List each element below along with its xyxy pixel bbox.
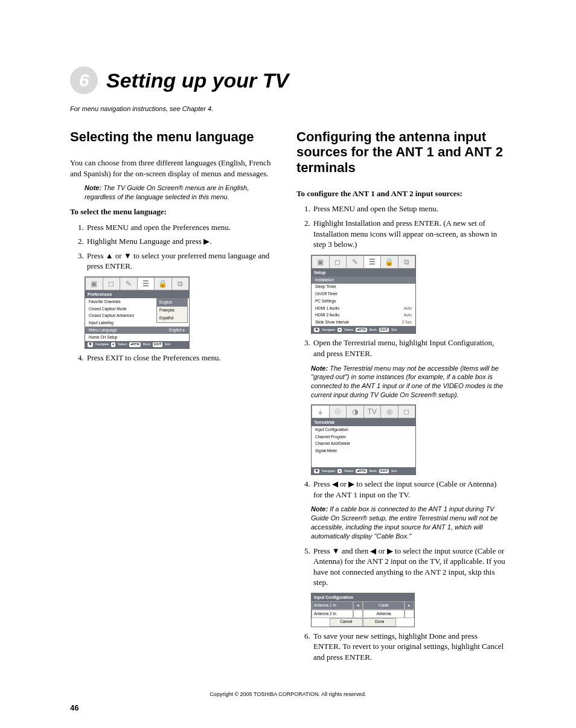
step-item: Press ▼ and then ◀ or ▶ to select the in… [312,546,506,588]
menu-row: Slide Show Interval2 Sec [312,319,415,327]
step-item: Press ◀ or ▶ to select the input source … [312,479,506,500]
menu-tab-icon: ☉ [329,405,347,418]
input-config-title: Input Configuration [312,593,414,601]
page-number: 46 [70,703,506,712]
chapter-number-badge: 6 [70,66,98,94]
terrestrial-menu-screenshot: ⏚ ☉ ◑ TV ◎ ◻ Terrestrial Input Configura… [311,404,416,475]
exit-pill: EXIT [153,342,162,346]
menu-tab-icon: ◻ [103,277,120,290]
menu-iconbar: ▣ ◻ ✎ ☰ 🔒 ⧉ [312,255,415,269]
section-heading-left: Selecting the menu language [70,129,280,144]
select-icon: ● [338,469,342,473]
menu-row: HDMI 2 AudioAuto [312,312,415,319]
input-row-value: Antenna [363,610,405,618]
right-arrow-icon: ▸ [405,601,414,610]
note-block: Note: The TV Guide On Screen® menus are … [85,184,280,202]
input-row-value: Cable [363,601,405,610]
cancel-button: Cancel [330,618,363,627]
step-item: Highlight Installation and press ENTER. … [312,218,506,250]
step-item: Press EXIT to close the Preferences menu… [86,353,280,363]
menu-tab-icon: ☰ [363,255,381,269]
menu-title: Setup [312,269,415,276]
nav-icon: ✥ [314,328,319,332]
menu-row: Signal Meter [312,448,415,455]
menu-tab-icon: 🔒 [154,277,171,290]
menu-row: On/Off Timer [312,291,415,298]
steps-heading: To configure the ANT 1 and ANT 2 input s… [296,188,506,199]
menu-tab-icon: ◻ [329,255,347,269]
popup-item-selected: English [157,299,187,307]
exit-pill: EXIT [379,328,389,332]
note-block: Note: The Terrestrial menu may not be ac… [311,364,506,400]
step-item: Press MENU and open the Preferences menu… [86,222,280,233]
note-text: If a cable box is connected to the ANT 1… [311,505,498,540]
nav-icon: ✥ [88,342,93,346]
intro-paragraph: You can choose from three different lang… [70,158,280,179]
menu-title: Terrestrial [312,418,415,426]
menu-tab-icon: ◑ [346,405,363,418]
chapter-subnote: For menu navigation instructions, see Ch… [70,105,506,112]
note-text: The Terrestrial menu may not be accessib… [311,365,503,399]
note-label: Note: [85,184,101,191]
note-text: The TV Guide On Screen® menus are in Eng… [85,184,249,200]
exit-pill: EXIT [379,469,389,473]
left-arrow-icon: ◂ [353,601,363,610]
menu-row: HDMI 1 AudioAuto [312,305,415,312]
setup-menu-screenshot: ▣ ◻ ✎ ☰ 🔒 ⧉ Setup Installation Sleep Tim… [311,255,416,334]
note-label: Note: [311,505,328,512]
preferences-menu-screenshot: ▣ ◻ ✎ ☰ 🔒 ⧉ Preferences Favorite Channel… [85,276,190,349]
left-arrow-icon [353,610,363,618]
left-column: Selecting the menu language You can choo… [70,129,280,667]
menu-tab-icon: ▣ [85,277,103,290]
step-item: To save your new settings, highlight Don… [312,631,506,663]
note-label: Note: [311,365,328,372]
menu-footer: ✥Navigate ●Select ◂RTNBack EXITExit [312,326,415,333]
menu-title: Preferences [85,290,189,298]
step-item: Highlight Menu Language and press ▶. [86,236,280,247]
menu-tab-icon: ▣ [312,255,329,269]
steps-heading: To select the menu language: [70,206,280,217]
menu-row: Input Configuration [312,426,415,433]
step-item: Press ▲ or ▼ to select your preferred me… [86,251,280,272]
menu-row: Sleep Timer [312,284,415,291]
menu-row-selected: Installation [312,276,415,284]
done-button: Done [363,618,396,627]
chapter-title: Setting up your TV [106,69,289,92]
input-row-label: Antenna 1 In [312,601,353,610]
step-item: Press MENU and open the Setup menu. [312,203,506,214]
menu-tab-icon: ⧉ [398,255,416,269]
menu-tab-icon: ◻ [398,405,416,418]
menu-tab-icon: 🔒 [380,255,398,269]
menu-tab-icon: ⧉ [171,277,190,290]
menu-row: PC Settings [312,298,415,305]
input-configuration-screenshot: Input Configuration Antenna 1 In ◂ Cable… [311,593,415,627]
menu-row: Channel Program [312,433,415,441]
input-row-label: Antenna 2 In [312,610,353,618]
popup-item: Français [157,307,187,315]
back-pill: ◂RTN [356,469,366,473]
menu-iconbar: ▣ ◻ ✎ ☰ 🔒 ⧉ [85,277,189,290]
right-arrow-icon [405,610,414,618]
menu-tab-icon: ⏚ [312,405,329,418]
menu-tab-icon: TV [363,405,381,418]
menu-footer: ✥Navigate ●Select ◂RTNBack EXITExit [312,467,415,474]
menu-iconbar: ⏚ ☉ ◑ TV ◎ ◻ [312,405,415,418]
menu-tab-icon: ✎ [120,277,137,290]
section-heading-right: Configuring the antenna input sources fo… [296,129,506,175]
nav-icon: ✥ [314,469,319,473]
chapter-header: 6 Setting up your TV [70,66,506,94]
menu-row: Channel Add/Delete [312,441,415,448]
step-item: Open the Terrestrial menu, highlight Inp… [312,337,506,359]
menu-footer: ✥Navigate ●Select ◂RTNBack EXITExit [85,341,189,348]
back-pill: ◂RTN [356,328,366,332]
back-pill: ◂RTN [129,342,140,346]
copyright-footer: Copyright © 2005 TOSHIBA CORPORATION. Al… [70,691,506,697]
language-popup: English Français Español [156,298,188,322]
select-icon: ● [338,328,342,332]
menu-tab-icon: ☰ [137,277,155,290]
menu-tab-icon: ✎ [346,255,363,269]
popup-item: Español [157,315,187,322]
select-icon: ● [111,342,115,346]
menu-row: Home CH Setup [85,334,189,341]
menu-tab-icon: ◎ [380,405,398,418]
